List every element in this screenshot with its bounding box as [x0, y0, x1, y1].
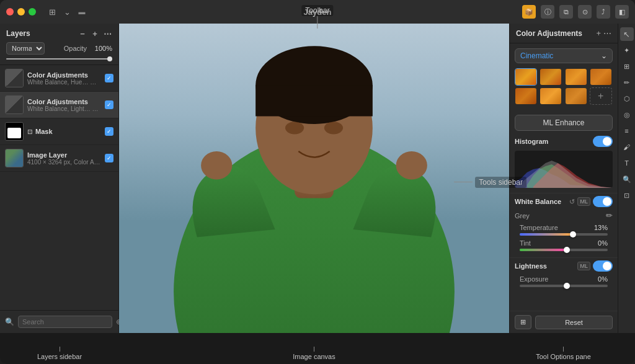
active-tool-button[interactable]: 📦	[522, 5, 536, 19]
app-window: ⊞ ⌄ ▬ Jayden 📦 ⓘ ⧉ ⊙ ⤴ ◧ Layers − + ⋯	[0, 0, 635, 364]
white-balance-toggle[interactable]	[593, 196, 613, 207]
layer-checkbox-1[interactable]	[105, 74, 113, 82]
preset-thumb-inner-4	[590, 69, 611, 85]
panel-actions: + ⋯	[596, 29, 611, 38]
layers-minus-button[interactable]: −	[78, 29, 87, 38]
layer-thumb-content-1	[6, 69, 23, 87]
tint-slider-section: Tint 0%	[515, 239, 613, 251]
tool-options-label: Tool Options pane	[536, 353, 591, 360]
opacity-value: 100%	[91, 45, 112, 52]
share-button[interactable]: ⤴	[597, 5, 610, 19]
opacity-slider-thumb	[107, 56, 112, 61]
histogram-toggle[interactable]	[593, 136, 613, 147]
layers-search-input[interactable]	[18, 316, 112, 328]
layer-checkbox-image[interactable]	[105, 154, 113, 162]
annotation-bar: Layers sidebar Image canvas Tool Options…	[0, 333, 635, 364]
layers-tool-button[interactable]: ⊡	[620, 189, 634, 202]
layers-sidebar-label: Layers sidebar	[37, 353, 82, 360]
layer-item-selected[interactable]: Color Adjustments White Balance, Light… …	[0, 92, 118, 118]
preset-thumb-6[interactable]	[540, 87, 562, 105]
layer-thumb-content-2	[6, 96, 23, 113]
close-button[interactable]	[6, 8, 14, 16]
zoom-tool-button[interactable]: 🔍	[620, 172, 634, 186]
preset-add-button[interactable]: +	[590, 87, 612, 105]
preset-thumb-inner-6	[540, 88, 561, 104]
ml-enhance-button[interactable]: ML Enhance	[515, 115, 613, 131]
color-adjustments-panel: Color Adjustments + ⋯ Cinematic ⌄	[509, 24, 618, 333]
more-options-button[interactable]: ⊙	[578, 5, 592, 19]
tint-thumb	[564, 247, 570, 253]
edit-tool-button[interactable]: ✏	[620, 76, 634, 89]
shape-tool-button[interactable]: ⬡	[620, 92, 634, 105]
sidebar-toggle-button[interactable]: ◧	[615, 5, 629, 19]
layers-toggle-icon[interactable]: ⊞	[47, 7, 57, 17]
view-icon: ⊞	[520, 318, 526, 326]
preset-section: Cinematic ⌄ +	[510, 43, 618, 112]
titlebar-right-actions: 📦 ⓘ ⧉ ⊙ ⤴ ◧	[522, 5, 629, 19]
temperature-slider[interactable]	[520, 233, 608, 236]
layer-checkbox-2[interactable]	[105, 100, 113, 109]
paint-tool-button[interactable]: 🖌	[620, 140, 634, 154]
histogram-row: Histogram	[515, 136, 613, 147]
tint-header: Tint 0%	[520, 239, 608, 247]
view-toggle-button[interactable]: ⊞	[515, 315, 531, 329]
preset-thumb-2[interactable]	[540, 68, 562, 86]
preset-thumb-1[interactable]	[515, 68, 537, 86]
ml-badge[interactable]: ML	[577, 197, 590, 206]
lightness-ml-badge[interactable]: ML	[577, 262, 590, 270]
lightness-row: Lightness ML	[515, 260, 613, 272]
info-button[interactable]: ⓘ	[541, 5, 554, 19]
layer-item[interactable]: Color Adjustments White Balance, Hue… Ma…	[0, 65, 118, 92]
blend-mode-select[interactable]: Normal	[6, 42, 45, 55]
slider-icon[interactable]: ▬	[77, 7, 87, 17]
panel-more-button[interactable]: ⋯	[603, 29, 611, 38]
exposure-header: Exposure 0%	[520, 275, 608, 283]
brush-tool-button[interactable]: ✦	[620, 43, 634, 57]
chevron-down-icon[interactable]: ⌄	[62, 7, 72, 17]
opacity-row: Normal Opacity 100%	[6, 42, 112, 55]
wb-actions: ↺ ML	[569, 196, 613, 207]
tint-slider[interactable]	[520, 249, 608, 251]
preset-thumb-4[interactable]	[590, 68, 612, 86]
exposure-slider[interactable]	[520, 285, 608, 287]
history-button[interactable]: ⧉	[559, 5, 573, 19]
reset-button[interactable]: Reset	[535, 316, 613, 329]
lightness-toggle[interactable]	[593, 260, 613, 272]
svg-point-6	[285, 122, 304, 134]
layers-more-button[interactable]: ⋯	[102, 29, 112, 38]
svg-rect-5	[255, 85, 373, 116]
preset-thumb-3[interactable]	[565, 68, 587, 86]
preset-thumb-7[interactable]	[565, 87, 587, 105]
image-canvas[interactable]	[119, 24, 509, 333]
maximize-button[interactable]	[29, 8, 36, 16]
layer-item-image[interactable]: Image Layer 4100 × 3264 px, Color Adju…	[0, 145, 118, 172]
text-tool-button[interactable]: T	[620, 156, 634, 170]
exposure-label: Exposure	[520, 275, 548, 283]
layers-add-button[interactable]: +	[90, 29, 100, 38]
svg-point-7	[324, 122, 343, 134]
grey-row: Grey ✏	[515, 211, 613, 220]
layers-title: Layers − + ⋯	[6, 29, 112, 38]
tint-value: 0%	[598, 239, 608, 247]
temperature-value: 13%	[594, 224, 608, 231]
layer-name-2: Color Adjustments	[27, 98, 101, 105]
histogram-svg	[515, 151, 613, 188]
gradient-tool-button[interactable]: ≡	[620, 124, 634, 138]
focus-tool-button[interactable]: ◎	[620, 108, 634, 122]
exposure-value: 0%	[598, 275, 608, 283]
select-tool-button[interactable]: ↖	[620, 27, 634, 41]
layer-checkbox-mask[interactable]	[105, 127, 113, 136]
lightness-section: Lightness ML Exposure 0%	[510, 257, 618, 293]
temperature-fill	[520, 233, 572, 236]
opacity-slider[interactable]	[6, 58, 112, 60]
crop-tool-button[interactable]: ⊞	[620, 60, 634, 73]
preset-thumb-5[interactable]	[515, 87, 537, 105]
preset-dropdown[interactable]: Cinematic ⌄	[515, 48, 613, 63]
panel-add-button[interactable]: +	[596, 29, 601, 38]
minimize-button[interactable]	[17, 8, 25, 16]
eyedropper-icon[interactable]: ✏	[606, 211, 613, 220]
svg-point-8	[201, 151, 232, 179]
layer-desc-2: White Balance, Light… Mask ›	[27, 105, 101, 112]
wb-reset-icon[interactable]: ↺	[569, 198, 575, 206]
layer-item-mask[interactable]: ⊡ Mask	[0, 118, 118, 145]
